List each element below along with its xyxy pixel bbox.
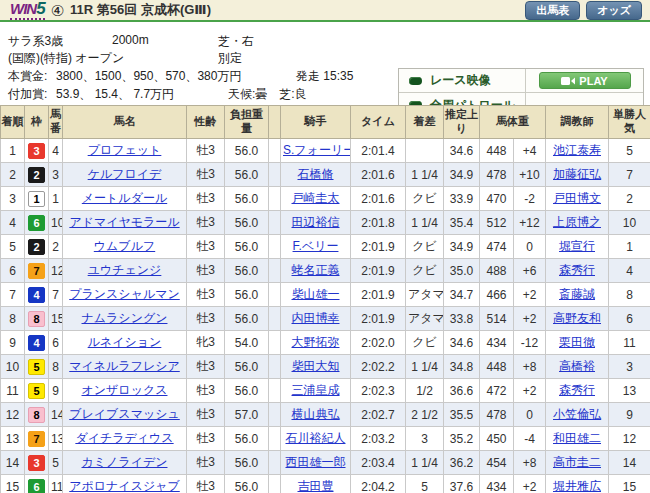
- last-3f-time: 34.9: [444, 235, 480, 259]
- horse-number: 11: [49, 475, 63, 493]
- trainer-link[interactable]: 森秀行: [559, 383, 595, 397]
- result-row: 1159オンザロックス牡356.0三浦皇成2:02.31/236.6472+2森…: [1, 379, 650, 403]
- horse-name-link[interactable]: ユウチェンジ: [88, 263, 162, 277]
- body-weight: 478: [480, 163, 514, 187]
- jockey-link[interactable]: 大野拓弥: [292, 335, 340, 349]
- race-distance: 2000m: [112, 33, 149, 47]
- jockey-link[interactable]: 吉田豊: [298, 479, 334, 493]
- result-row: 1435カミノライデン牡356.0西田雄一郎2:03.41 1/436.2454…: [1, 451, 650, 475]
- trainer-link[interactable]: 高市圭二: [553, 455, 601, 469]
- horse-name-link[interactable]: ナムラシングン: [82, 311, 168, 325]
- waku-badge: 2: [28, 167, 45, 183]
- jockey-link[interactable]: 柴田大知: [292, 359, 340, 373]
- horse-name-link[interactable]: アポロナイスジャブ: [69, 479, 180, 493]
- finish-time: 2:01.4: [351, 139, 406, 163]
- horse-name-cell: ナムラシングン: [63, 307, 187, 331]
- body-weight: 454: [480, 451, 514, 475]
- horse-number: 6: [49, 331, 63, 355]
- trainer-link[interactable]: 上原博之: [553, 215, 601, 229]
- trainer-link[interactable]: 栗田徹: [559, 335, 595, 349]
- body-weight: 450: [480, 427, 514, 451]
- horse-name-cell: プロフェット: [63, 139, 187, 163]
- jockey-link[interactable]: 横山典弘: [292, 407, 340, 421]
- jockey-cell: 西田雄一郎: [281, 451, 351, 475]
- body-weight: 512: [480, 211, 514, 235]
- horse-name-cell: アドマイヤモラール: [63, 211, 187, 235]
- finish-position: 7: [1, 283, 25, 307]
- body-weight: 470: [480, 187, 514, 211]
- win-popularity: 15: [609, 475, 650, 493]
- trainer-link[interactable]: 和田雄二: [553, 431, 601, 445]
- horse-name-cell: ブレイブスマッシュ: [63, 403, 187, 427]
- trainer-cell: 小笠倫弘: [546, 403, 609, 427]
- horse-name-link[interactable]: ブレイブスマッシュ: [69, 407, 180, 421]
- trainer-cell: 上原博之: [546, 211, 609, 235]
- trainer-link[interactable]: 加藤征弘: [553, 167, 601, 181]
- trainer-link[interactable]: 高野友和: [553, 311, 601, 325]
- jockey-link[interactable]: 田辺裕信: [292, 215, 340, 229]
- jockey-link[interactable]: 石橋脩: [298, 167, 334, 181]
- blinkers-cell: [269, 379, 281, 403]
- horse-name-link[interactable]: プロフェット: [88, 143, 162, 157]
- video-bullet-icon: [409, 77, 422, 85]
- horse-name-link[interactable]: ウムブルフ: [94, 239, 155, 253]
- waku-badge: 7: [28, 263, 45, 279]
- jockey-link[interactable]: 西田雄一郎: [286, 455, 346, 469]
- blinkers-cell: [269, 163, 281, 187]
- trainer-link[interactable]: 小笠倫弘: [553, 407, 601, 421]
- trainer-link[interactable]: 池江泰寿: [553, 143, 601, 157]
- jockey-link[interactable]: 石川裕紀人: [286, 431, 346, 445]
- horse-number: 8: [49, 355, 63, 379]
- horse-name-cell: ルネイション: [63, 331, 187, 355]
- waku-badge: 8: [28, 311, 45, 327]
- odds-button[interactable]: オッズ: [586, 1, 642, 20]
- finish-position: 6: [1, 259, 25, 283]
- horse-name-link[interactable]: アドマイヤモラール: [69, 215, 179, 229]
- column-header: 騎手: [281, 106, 351, 139]
- horse-name-link[interactable]: オンザロックス: [82, 383, 168, 397]
- horse-name-link[interactable]: ダイチラディウス: [75, 431, 173, 445]
- jockey-cell: 柴山雄一: [281, 283, 351, 307]
- horse-name-link[interactable]: ケルフロイデ: [88, 167, 162, 181]
- sex-age: 牡3: [187, 475, 225, 493]
- last-3f-time: 34.6: [444, 331, 480, 355]
- trainer-link[interactable]: 森秀行: [559, 263, 595, 277]
- trainer-link[interactable]: 堀宣行: [559, 239, 595, 253]
- trainer-link[interactable]: 堀井雅広: [553, 479, 601, 493]
- trainer-cell: 高橋裕: [546, 355, 609, 379]
- jockey-link[interactable]: 柴山雄一: [292, 287, 340, 301]
- jockey-link[interactable]: 蛯名正義: [292, 263, 340, 277]
- play-button[interactable]: PLAY: [539, 72, 631, 89]
- horse-name-link[interactable]: カミノライデン: [82, 455, 168, 469]
- trainer-link[interactable]: 斎藤誠: [559, 287, 595, 301]
- trainer-cell: 森秀行: [546, 259, 609, 283]
- jockey-link[interactable]: 戸崎圭太: [292, 191, 340, 205]
- jockey-cell: 戸崎圭太: [281, 187, 351, 211]
- trainer-link[interactable]: 戸田博文: [553, 191, 601, 205]
- result-row: 946ルネイション牝354.0大野拓弥2:02.0クビ34.6434-12栗田徹…: [1, 331, 650, 355]
- blinkers-cell: [269, 403, 281, 427]
- horse-name-link[interactable]: メートルダール: [82, 191, 167, 205]
- finish-position: 13: [1, 427, 25, 451]
- horse-number: 1: [49, 187, 63, 211]
- race-video-row[interactable]: レース映像 PLAY: [399, 69, 643, 93]
- horse-name-link[interactable]: ルネイション: [88, 335, 162, 349]
- jockey-link[interactable]: S.フォーリー: [283, 143, 351, 157]
- jockey-link[interactable]: F.ベリー: [293, 239, 339, 253]
- result-row: 15611アポロナイスジャブ牡356.0吉田豊2:04.2537.6434+2堀…: [1, 475, 650, 493]
- waku-badge: 4: [28, 335, 45, 351]
- shutsubahyo-button[interactable]: 出馬表: [525, 1, 580, 20]
- waku-cell: 7: [25, 427, 49, 451]
- trainer-link[interactable]: 高橋裕: [559, 359, 595, 373]
- horse-name-cell: ユウチェンジ: [63, 259, 187, 283]
- jockey-link[interactable]: 内田博幸: [292, 311, 340, 325]
- last-3f-time: 33.8: [444, 307, 480, 331]
- finish-time: 2:03.4: [351, 451, 406, 475]
- horse-name-link[interactable]: プランスシャルマン: [69, 287, 180, 301]
- waku-badge: 7: [28, 431, 45, 447]
- result-row: 134プロフェット牡356.0S.フォーリー2:01.434.6448+4池江泰…: [1, 139, 650, 163]
- jockey-link[interactable]: 三浦皇成: [292, 383, 340, 397]
- finish-position: 5: [1, 235, 25, 259]
- horse-name-link[interactable]: マイネルラフレシア: [69, 359, 180, 373]
- sex-age: 牡3: [187, 163, 225, 187]
